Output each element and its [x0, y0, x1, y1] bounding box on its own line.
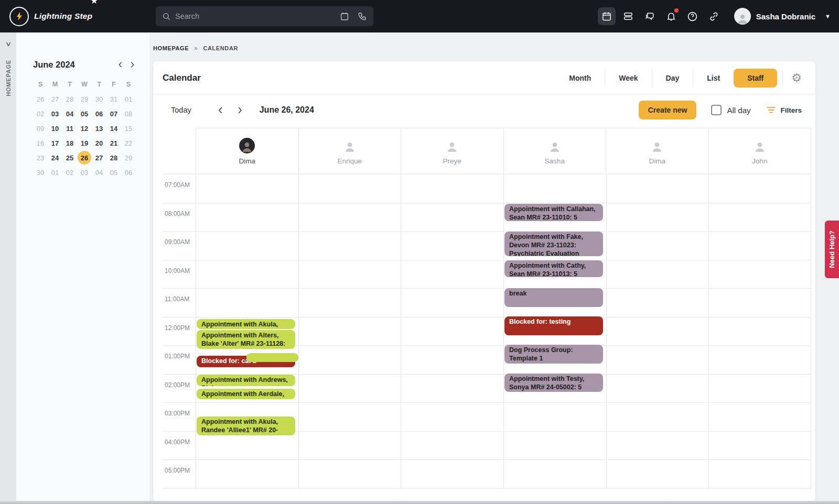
calendar-search-icon[interactable] [340, 12, 349, 21]
staff-schedule-grid: DimaEnriquePreyeSashaDimaJohn 07:00AM08:… [163, 128, 811, 489]
mini-calendar-prev-icon[interactable] [117, 61, 124, 68]
mini-calendar-date[interactable]: 05 [106, 165, 121, 180]
mini-calendar-date[interactable]: 19 [77, 136, 92, 150]
staff-column-enrique[interactable]: Enrique [298, 128, 401, 174]
mini-calendar-date[interactable]: 17 [48, 136, 62, 150]
calendar-event[interactable]: Appointment with Callahan,Sean MR# 23-11… [504, 204, 603, 221]
mini-calendar-date[interactable]: 24 [48, 150, 62, 165]
prev-day-icon[interactable] [217, 106, 224, 114]
mini-calendar-date[interactable]: 31 [106, 92, 121, 106]
mini-calendar-date[interactable]: 27 [92, 150, 106, 165]
staff-column-sasha[interactable]: Sasha [503, 128, 606, 174]
mini-calendar-date[interactable]: 09 [33, 121, 48, 136]
mini-calendar-date[interactable]: 06 [92, 106, 106, 121]
staff-name: Dima [649, 157, 665, 165]
calendar-event[interactable]: Appointment with Cathy,Sean MR# 23-11013… [504, 260, 603, 277]
mini-calendar-date[interactable]: 02 [62, 165, 77, 180]
tab-week[interactable]: Week [605, 69, 651, 87]
mini-calendar-date[interactable]: 13 [92, 121, 106, 136]
calendar-event[interactable]: Appointment with Andrews, Blake [197, 375, 295, 386]
notifications-icon[interactable] [662, 7, 680, 25]
search-input[interactable] [175, 12, 336, 20]
calendar-event[interactable]: Dog Process Group:Template 1 [504, 345, 603, 364]
calendar-event[interactable]: break [504, 288, 603, 307]
help-icon[interactable] [684, 7, 702, 25]
mini-calendar-date[interactable]: 29 [121, 150, 136, 165]
mini-calendar-date[interactable]: 02 [33, 106, 48, 121]
favorite-star-icon[interactable]: ★ [90, 0, 98, 6]
mini-calendar-date[interactable]: 28 [106, 150, 121, 165]
mini-calendar-date[interactable]: 18 [62, 136, 77, 150]
mini-calendar-date[interactable]: 14 [106, 121, 121, 136]
phone-icon[interactable] [358, 12, 367, 21]
mini-calendar-date[interactable]: 29 [77, 92, 92, 106]
lists-icon[interactable] [619, 7, 637, 25]
need-help-tab[interactable]: Need Help? [825, 221, 839, 278]
mini-calendar-date[interactable]: 15 [121, 121, 136, 136]
event-text-line: Appointment with Callahan, [509, 205, 598, 213]
calendar-event[interactable]: Blocked for: testing [504, 316, 603, 335]
sidebar-homepage-label[interactable]: HOMEPAGE [5, 60, 12, 96]
breadcrumb-homepage[interactable]: HOMEPAGE [153, 45, 189, 51]
event-text-line: Dog Process Group: [509, 346, 598, 354]
tab-staff[interactable]: Staff [734, 69, 777, 87]
tab-month[interactable]: Month [555, 69, 605, 87]
today-button[interactable]: Today [171, 106, 191, 114]
mini-calendar-date[interactable]: 10 [48, 121, 62, 136]
search-bar[interactable] [156, 6, 373, 26]
mini-calendar-next-icon[interactable] [129, 61, 136, 68]
mini-calendar-date[interactable]: 05 [77, 106, 92, 121]
calendar-event[interactable]: Appointment with Aerdale, [197, 389, 295, 399]
staff-column-dima[interactable]: Dima [606, 128, 708, 174]
user-menu[interactable]: Sasha Dobranic ▼ [734, 8, 831, 25]
calendar-event[interactable]: Appointment with Fake,Devon MR# 23-11023… [504, 232, 603, 256]
mini-calendar-date[interactable]: 01 [48, 165, 62, 180]
all-day-checkbox[interactable] [711, 105, 722, 115]
mini-calendar-date[interactable]: 16 [33, 136, 48, 150]
calendar-nav-icon[interactable] [598, 7, 616, 25]
lightning-step-logo[interactable] [9, 7, 29, 26]
mini-calendar-date[interactable]: 20 [92, 136, 106, 150]
mini-calendar-date[interactable]: 26 [33, 92, 48, 106]
mini-calendar-date[interactable]: 06 [121, 165, 136, 180]
mini-calendar-date[interactable]: 27 [48, 92, 62, 106]
messages-icon[interactable] [641, 7, 659, 25]
mini-calendar-date[interactable]: 21 [106, 136, 121, 150]
mini-calendar-panel: June 2024 SMTWTFS26272829303101020304050… [16, 32, 149, 504]
mini-calendar-day-header: S [121, 77, 136, 92]
mini-calendar-date[interactable]: 03 [48, 106, 62, 121]
collapse-sidebar-chevron-icon[interactable]: < [4, 42, 13, 46]
tab-day[interactable]: Day [652, 69, 693, 87]
mini-calendar-date[interactable]: 28 [62, 92, 77, 106]
mini-calendar-date[interactable]: 11 [62, 121, 77, 136]
link-icon[interactable] [705, 7, 723, 25]
staff-column-preye[interactable]: Preye [401, 128, 503, 174]
filters-button[interactable]: Filters [766, 106, 802, 114]
mini-calendar-date[interactable]: 04 [92, 165, 106, 180]
mini-calendar-date[interactable]: 25 [62, 150, 77, 165]
next-day-icon[interactable] [236, 106, 244, 114]
mini-calendar-date[interactable]: 08 [121, 106, 136, 121]
mini-calendar-date[interactable]: 01 [121, 92, 136, 106]
mini-calendar-date[interactable]: 07 [106, 106, 121, 121]
staff-column-dima[interactable]: Dima [196, 128, 298, 174]
calendar-event[interactable]: Appointment with Testy,Sonya MR# 24-0500… [504, 374, 603, 392]
mini-calendar-date[interactable]: 03 [77, 165, 92, 180]
mini-calendar-date[interactable]: 12 [77, 121, 92, 136]
gear-icon[interactable]: ⚙ [791, 72, 802, 84]
staff-placeholder-avatar [342, 138, 358, 154]
mini-calendar-date[interactable]: 30 [92, 92, 106, 106]
mini-calendar-date[interactable]: 22 [121, 136, 136, 150]
calendar-event[interactable]: Appointment with Akula,Randee 'Alliee1' … [197, 417, 295, 435]
mini-calendar-selected-date[interactable]: 26 [77, 150, 92, 165]
calendar-event-overlap[interactable] [246, 353, 298, 362]
create-new-button[interactable]: Create new [639, 101, 697, 119]
staff-column-john[interactable]: John [708, 128, 812, 174]
mini-calendar-date[interactable]: 30 [33, 165, 48, 180]
mini-calendar-date[interactable]: 23 [33, 150, 48, 165]
calendar-event[interactable]: Appointment with Alters,Blake 'Alter' MR… [197, 330, 295, 349]
tab-list[interactable]: List [693, 69, 734, 87]
mini-calendar-date[interactable]: 04 [62, 106, 77, 121]
chevron-down-icon[interactable]: ▼ [825, 13, 831, 19]
calendar-event[interactable]: Appointment with Akula, Randee [197, 319, 295, 329]
